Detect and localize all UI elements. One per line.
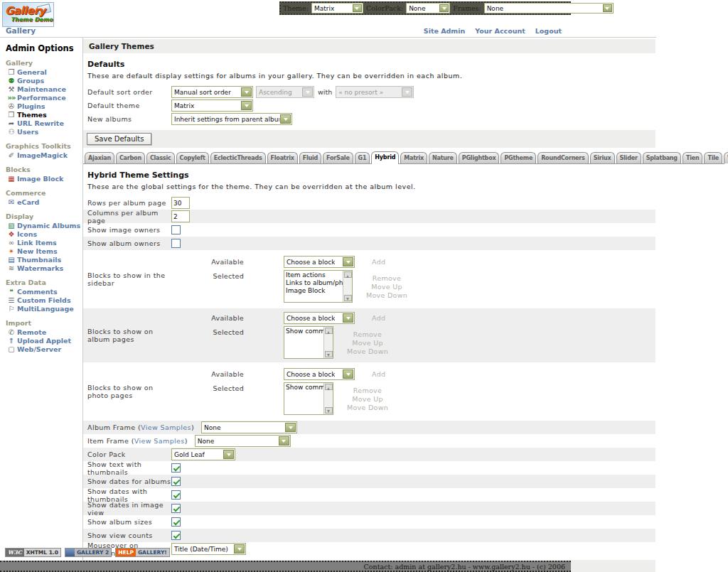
tab-fluid[interactable]: Fluid <box>299 152 321 163</box>
move-down-button[interactable]: Move Down <box>366 291 407 299</box>
list-item[interactable]: Item actions <box>286 271 341 279</box>
sidebar-item-icons[interactable]: ❖Icons <box>6 230 82 239</box>
scrollbar[interactable] <box>343 271 352 302</box>
move-up-button[interactable]: Move Up <box>352 339 383 347</box>
scroll-down-icon[interactable] <box>325 407 333 414</box>
tab-tile[interactable]: Tile <box>704 152 722 163</box>
sidebar-item-groups[interactable]: ⚉Groups <box>6 77 82 85</box>
theme-select[interactable]: Matrix <box>311 3 363 14</box>
sidebar-item-imagemagick[interactable]: ✐ImageMagick <box>6 151 82 160</box>
colorpack-select[interactable]: None <box>406 3 450 14</box>
tab-nature[interactable]: Nature <box>429 152 457 163</box>
selected-blocks-list[interactable]: Show comments <box>284 382 333 415</box>
tab-g1[interactable]: G1 <box>355 152 370 163</box>
sidebar-item-general[interactable]: ❐General <box>6 68 82 77</box>
sidebar-item-new-items[interactable]: ✴New Items <box>6 247 82 256</box>
move-up-button[interactable]: Move Up <box>371 283 402 291</box>
tab-pglightbox[interactable]: PGlightbox <box>459 152 500 163</box>
show-dates-albums-checkbox[interactable] <box>171 477 181 486</box>
tab-ajaxian[interactable]: Ajaxian <box>85 152 114 163</box>
view-samples-link[interactable]: View Samples <box>141 423 191 431</box>
sidebar-item-plugins[interactable]: ✇Plugins <box>6 102 82 111</box>
sidebar-item-thumbnails[interactable]: ▤Thumbnails <box>6 256 82 264</box>
scrollbar[interactable] <box>323 327 333 358</box>
rows-per-page-input[interactable] <box>171 197 190 209</box>
selected-blocks-list[interactable]: Show comments <box>284 326 333 359</box>
sidebar-item-upload-applet[interactable]: ⇑Upload Applet <box>6 337 82 345</box>
add-button[interactable]: Add <box>372 256 385 266</box>
frames-select[interactable]: None <box>484 3 614 14</box>
sidebar-item-remote[interactable]: ✆Remote <box>6 328 82 337</box>
sidebar-item-dynamic-albums[interactable]: ▧Dynamic Albums <box>6 222 82 230</box>
available-blocks-select[interactable]: Choose a block <box>284 256 355 268</box>
show-text-thumbnails-checkbox[interactable] <box>171 463 181 473</box>
default-theme-select[interactable]: Matrix <box>171 99 253 112</box>
sidebar-item-watermarks[interactable]: ≋Watermarks <box>6 264 82 273</box>
add-button[interactable]: Add <box>372 312 385 322</box>
tab-floatrix[interactable]: Floatrix <box>267 152 298 163</box>
breadcrumb[interactable]: Gallery <box>6 26 36 35</box>
sidebar-item-maintenance[interactable]: ⚒Maintenance <box>6 85 82 94</box>
available-blocks-select[interactable]: Choose a block <box>284 368 355 380</box>
sidebar-item-comments[interactable]: ❝Comments <box>6 288 82 296</box>
tab-hybrid[interactable]: Hybrid <box>371 151 399 164</box>
list-item[interactable]: Links to album/photo peers <box>286 279 341 287</box>
view-samples-link[interactable]: View Samples <box>134 437 185 445</box>
sidebar-item-ecard[interactable]: ✉eCard <box>6 198 82 207</box>
show-album-sizes-checkbox[interactable] <box>171 517 181 527</box>
sidebar-item-url-rewrite[interactable]: ➦URL Rewrite <box>6 119 82 128</box>
help-gallery-badge[interactable]: HELPGALLERY! <box>115 548 170 557</box>
tab-copyleft[interactable]: Copyleft <box>176 152 209 163</box>
logout-link[interactable]: Logout <box>535 27 562 35</box>
list-item[interactable]: Image Block <box>286 287 341 295</box>
move-down-button[interactable]: Move Down <box>347 347 388 355</box>
color-pack-select[interactable]: Gold Leaf <box>171 448 235 460</box>
sidebar-item-performance[interactable]: »»Performance <box>6 94 82 102</box>
sidebar-item-custom-fields[interactable]: ☰Custom Fields <box>6 296 82 305</box>
mouseover-select[interactable]: Title (Date/Time) <box>171 543 246 555</box>
list-item[interactable]: Show comments <box>286 328 322 335</box>
show-album-owners-checkbox[interactable] <box>171 239 181 248</box>
tab-siriux[interactable]: Siriux <box>590 152 615 163</box>
album-frame-select[interactable]: None <box>201 421 297 433</box>
selected-blocks-list[interactable]: Item actions Links to album/photo peers … <box>284 270 353 303</box>
scroll-up-icon[interactable] <box>344 271 352 278</box>
tab-eclecticthreads[interactable]: EclecticThreads <box>210 152 266 163</box>
sidebar-item-themes[interactable]: ❒Themes <box>6 111 82 119</box>
tab-wordpressembedded[interactable]: WordpressEmbedded <box>724 152 728 163</box>
tab-pgtheme[interactable]: PGtheme <box>500 152 536 163</box>
available-blocks-select[interactable]: Choose a block <box>284 312 355 324</box>
tab-carbon[interactable]: Carbon <box>116 152 145 163</box>
move-down-button[interactable]: Move Down <box>347 404 388 411</box>
sidebar-item-multilanguage[interactable]: ⚐MultiLanguage <box>6 305 82 313</box>
tab-slider[interactable]: Slider <box>616 152 641 163</box>
tab-roundcorners[interactable]: RoundCorners <box>537 152 589 163</box>
new-albums-select[interactable]: Inherit settings from parent album <box>171 113 292 125</box>
scroll-down-icon[interactable] <box>325 351 333 357</box>
tab-tien[interactable]: Tien <box>682 152 703 163</box>
site-admin-link[interactable]: Site Admin <box>424 27 465 35</box>
w3c-xhtml-badge[interactable]: W3CXHTML 1.0 <box>5 548 61 557</box>
move-up-button[interactable]: Move Up <box>352 395 383 403</box>
show-dates-image-view-checkbox[interactable] <box>171 504 181 513</box>
scroll-down-icon[interactable] <box>344 295 352 301</box>
show-view-counts-checkbox[interactable] <box>171 531 181 540</box>
item-frame-select[interactable]: None <box>195 435 291 447</box>
tab-splatbang[interactable]: Splatbang <box>643 152 681 163</box>
add-button[interactable]: Add <box>372 368 385 378</box>
tab-matrix[interactable]: Matrix <box>400 152 427 163</box>
sidebar-item-image-block[interactable]: ▦Image Block <box>6 175 82 183</box>
columns-per-page-input[interactable] <box>171 210 190 222</box>
scroll-up-icon[interactable] <box>325 328 333 334</box>
gallery2-badge[interactable]: GALLERY 2 <box>65 548 112 557</box>
remove-button[interactable]: Remove <box>373 274 401 282</box>
list-item[interactable]: Show comments <box>286 384 322 392</box>
tab-forsale[interactable]: ForSale <box>323 152 353 163</box>
scrollbar[interactable] <box>323 383 333 414</box>
your-account-link[interactable]: Your Account <box>475 27 525 35</box>
sidebar-item-link-items[interactable]: ∞Link Items <box>6 239 82 247</box>
sort-order-select[interactable]: Manual sort order <box>171 86 253 98</box>
scroll-up-icon[interactable] <box>325 384 333 390</box>
show-image-owners-checkbox[interactable] <box>171 225 181 234</box>
save-defaults-button[interactable]: Save Defaults <box>87 133 151 145</box>
